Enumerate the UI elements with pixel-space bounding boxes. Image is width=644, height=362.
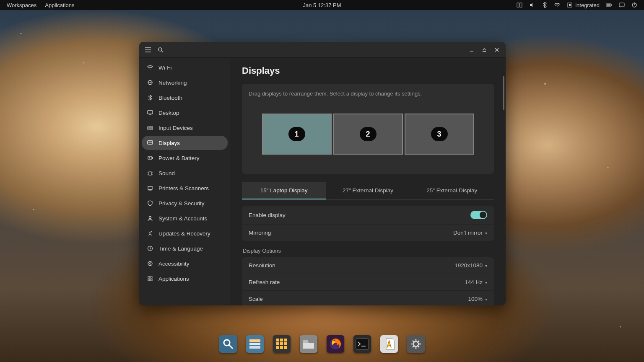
wifi-icon[interactable] xyxy=(554,2,560,8)
maximize-button[interactable] xyxy=(478,44,491,56)
refresh-row[interactable]: Refresh rate 144 Hz xyxy=(242,274,494,291)
svg-rect-46 xyxy=(276,342,279,345)
svg-rect-41 xyxy=(249,346,260,349)
panel-workspaces[interactable]: Workspaces xyxy=(7,2,36,8)
mirroring-dropdown[interactable]: Don't mirror xyxy=(453,230,487,236)
sidebar-item-label: Displays xyxy=(158,140,180,146)
volume-icon[interactable] xyxy=(529,2,535,8)
sidebar-item-system-accounts[interactable]: System & Accounts xyxy=(142,211,228,225)
sidebar-item-label: Wi-Fi xyxy=(158,65,171,71)
sidebar-item-accessibility[interactable]: Accessibility xyxy=(142,256,228,271)
display-tab-0[interactable]: 15" Laptop Display xyxy=(242,182,326,199)
panel-applications[interactable]: Applications xyxy=(45,2,74,8)
sidebar-item-bluetooth[interactable]: Bluetooth xyxy=(142,90,228,105)
svg-rect-50 xyxy=(280,346,283,349)
sidebar-item-label: Networking xyxy=(158,80,187,86)
svg-rect-43 xyxy=(276,339,279,341)
resolution-row[interactable]: Resolution 1920x1080 xyxy=(242,257,494,274)
monitor-2[interactable]: 2 xyxy=(333,114,403,155)
scrollbar-thumb[interactable] xyxy=(503,76,504,110)
display-tabs: 15" Laptop Display27" External Display25… xyxy=(242,182,494,200)
refresh-rate-value: 144 Hz xyxy=(465,279,483,285)
sidebar-item-privacy-security[interactable]: Privacy & Security xyxy=(142,196,228,210)
chevron-down-icon xyxy=(485,279,487,285)
dock-settings[interactable] xyxy=(407,335,425,353)
sidebar-item-displays[interactable]: Displays xyxy=(142,136,228,150)
gpu-label: integrated xyxy=(575,2,600,8)
mirroring-row[interactable]: Mirroring Don't mirror xyxy=(242,225,494,241)
settings-sidebar: Wi-FiNetworkingBluetoothDesktopInput Dev… xyxy=(139,58,230,305)
display-tab-1[interactable]: 27" External Display xyxy=(326,182,410,199)
svg-rect-25 xyxy=(149,189,151,190)
dock-editor[interactable] xyxy=(380,335,398,353)
sidebar-item-power-battery[interactable]: Power & Battery xyxy=(142,151,228,165)
sidebar-item-wi-fi[interactable]: Wi-Fi xyxy=(142,60,228,75)
bluetooth-icon[interactable] xyxy=(542,2,548,8)
panel-clock[interactable]: Jan 5 12:37 PM xyxy=(303,2,341,8)
dock-firefox[interactable] xyxy=(327,335,344,353)
sidebar-icon xyxy=(147,64,153,71)
gpu-indicator[interactable]: integrated xyxy=(567,2,600,8)
sidebar-item-printers-scanners[interactable]: Printers & Scanners xyxy=(142,181,228,195)
svg-rect-45 xyxy=(284,339,287,341)
dock-terminal[interactable] xyxy=(353,335,371,353)
resolution-dropdown[interactable]: 1920x1080 xyxy=(454,262,487,269)
sidebar-item-label: Privacy & Security xyxy=(158,200,205,207)
resolution-label: Resolution xyxy=(249,262,275,269)
sidebar-icon xyxy=(147,170,153,176)
svg-point-27 xyxy=(149,232,151,233)
svg-rect-5 xyxy=(611,4,612,5)
monitor-badge: 1 xyxy=(288,127,305,141)
svg-rect-3 xyxy=(569,4,571,6)
svg-rect-49 xyxy=(276,346,279,349)
refresh-rate-dropdown[interactable]: 144 Hz xyxy=(465,279,487,285)
refresh-rate-label: Refresh rate xyxy=(249,279,280,285)
dock-apps[interactable] xyxy=(273,335,291,353)
svg-rect-32 xyxy=(151,277,152,278)
sidebar-item-input-devices[interactable]: Input Devices xyxy=(142,121,228,135)
sidebar-icon xyxy=(147,260,153,267)
minimize-button[interactable] xyxy=(465,44,478,56)
monitor-3[interactable]: 3 xyxy=(405,114,474,155)
monitor-1[interactable]: 1 xyxy=(262,114,332,155)
svg-rect-44 xyxy=(280,339,283,341)
resolution-value: 1920x1080 xyxy=(454,262,483,269)
sidebar-icon xyxy=(147,200,153,207)
hamburger-button[interactable] xyxy=(142,44,154,56)
svg-point-14 xyxy=(150,82,151,83)
scale-dropdown[interactable]: 100% xyxy=(468,296,487,302)
display-tab-2[interactable]: 25" External Display xyxy=(410,182,494,199)
svg-rect-35 xyxy=(219,335,237,353)
scale-label: Scale xyxy=(249,296,263,302)
sidebar-item-time-language[interactable]: Time & Language xyxy=(142,241,228,256)
sidebar-item-desktop[interactable]: Desktop xyxy=(142,106,228,120)
power-icon[interactable] xyxy=(631,2,637,8)
battery-icon[interactable] xyxy=(606,2,612,8)
sidebar-item-applications[interactable]: Applications xyxy=(142,272,228,286)
dock-file-manager[interactable] xyxy=(300,335,317,353)
monitor-badge: 2 xyxy=(360,127,377,141)
search-button[interactable] xyxy=(154,44,167,56)
monitor-badge: 3 xyxy=(431,127,448,141)
sidebar-item-updates-recovery[interactable]: Updates & Recovery xyxy=(142,226,228,240)
sidebar-item-label: Input Devices xyxy=(158,125,193,131)
dock-files-alt[interactable] xyxy=(246,335,264,353)
window-titlebar[interactable] xyxy=(139,42,506,58)
enable-display-toggle[interactable] xyxy=(470,211,487,219)
svg-rect-57 xyxy=(356,339,369,349)
dock-search[interactable] xyxy=(219,335,237,353)
sidebar-item-networking[interactable]: Networking xyxy=(142,75,228,90)
sidebar-item-label: Updates & Recovery xyxy=(158,230,210,237)
top-panel: Workspaces Applications Jan 5 12:37 PM i… xyxy=(0,0,644,10)
sidebar-icon xyxy=(147,245,153,252)
sidebar-item-sound[interactable]: Sound xyxy=(142,166,228,180)
notifications-icon[interactable] xyxy=(619,2,625,8)
sidebar-icon xyxy=(147,275,153,282)
svg-rect-31 xyxy=(148,277,150,278)
tiling-icon[interactable] xyxy=(517,2,522,8)
svg-rect-53 xyxy=(303,340,308,343)
close-button[interactable] xyxy=(491,44,503,56)
sidebar-icon xyxy=(147,155,153,161)
page-title: Displays xyxy=(242,65,494,76)
scale-row[interactable]: Scale 100% xyxy=(242,291,494,305)
